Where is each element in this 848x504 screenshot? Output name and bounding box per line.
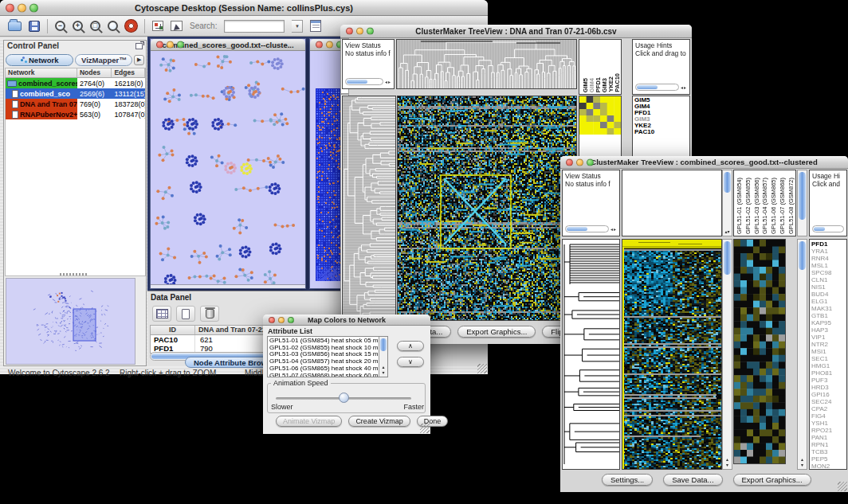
minimize-icon[interactable] — [326, 41, 333, 49]
scroll-arrows-icon[interactable]: ◂▸ — [385, 79, 391, 85]
control-panel-title: Control Panel — [4, 41, 146, 52]
gene-label: HMG1 — [811, 362, 845, 369]
zoom-window-icon[interactable] — [29, 3, 38, 12]
network-view-canvas[interactable] — [151, 51, 305, 284]
birds-eye-canvas[interactable] — [6, 279, 135, 364]
vizmapper-button[interactable] — [152, 18, 163, 34]
scrollbar-thumb[interactable] — [724, 172, 731, 193]
minimize-icon[interactable] — [356, 28, 363, 35]
column-dendrogram[interactable] — [622, 170, 722, 236]
global-heatmap[interactable] — [622, 239, 722, 470]
scroll-arrows-icon[interactable]: ▴▾ — [379, 365, 387, 376]
tab-overflow-button[interactable]: ▶ — [134, 55, 144, 65]
minimize-icon[interactable] — [167, 41, 174, 49]
minimize-icon[interactable] — [576, 158, 583, 166]
select-attributes-button[interactable] — [152, 306, 171, 322]
save-session-button[interactable] — [29, 18, 40, 34]
scrollbar-thumb[interactable] — [724, 241, 731, 275]
vscrollbar[interactable]: ▴▾ — [722, 170, 732, 236]
scroll-arrows-icon[interactable]: ◂▸ — [610, 226, 617, 232]
scrollbar-thumb[interactable] — [567, 227, 587, 231]
delete-attribute-button[interactable] — [200, 306, 219, 322]
vscrollbar[interactable] — [797, 170, 807, 236]
zoom-in-button[interactable]: + — [73, 18, 83, 34]
zoom-selected-button[interactable] — [108, 18, 118, 34]
tab-vizmapper[interactable]: VizMapper™ — [75, 54, 132, 66]
main-window-titlebar[interactable]: Cytoscape Desktop (Session Name: collins… — [0, 0, 488, 16]
export-graphics-button[interactable]: Export Graphics... — [457, 326, 536, 338]
network-list-item[interactable]: combined_sco2569(6)13112(15) — [6, 88, 145, 99]
zoom-window-icon[interactable] — [288, 317, 294, 323]
network-list-header[interactable]: NetworkNodesEdges — [6, 68, 145, 78]
panel-splitter-grip[interactable] — [60, 273, 88, 275]
network-list-item[interactable]: DNA and Tran 07769(0)183728(0) — [6, 99, 145, 109]
zoom-fit-button[interactable]: □ — [90, 18, 100, 34]
row-dendrogram[interactable] — [562, 239, 620, 470]
open-session-button[interactable] — [8, 18, 22, 34]
resize-grip[interactable] — [420, 424, 430, 433]
network-view-canvas[interactable] — [316, 88, 343, 281]
close-icon[interactable] — [566, 158, 573, 166]
zoom-window-icon[interactable] — [587, 158, 594, 166]
create-vizmapbutton[interactable]: Create Vizmap — [348, 416, 410, 427]
view-status-title: View Status — [565, 172, 601, 180]
export-graphics-button[interactable]: Export Graphics... — [733, 474, 811, 486]
minimize-icon[interactable] — [278, 317, 285, 323]
attribute-browser-button[interactable] — [310, 18, 321, 34]
annotation-button[interactable] — [171, 18, 183, 34]
close-icon[interactable] — [156, 41, 163, 49]
vscrollbar[interactable]: ▴▾ — [797, 239, 807, 470]
float-panel-icon[interactable] — [135, 43, 143, 49]
attribute-list-item[interactable]: GPL51-07 (GSM868) heat shock 60 min — [269, 373, 378, 377]
resize-grip[interactable] — [838, 482, 847, 491]
settings-button[interactable]: Settings... — [602, 474, 653, 486]
column-dendrogram[interactable] — [396, 39, 577, 89]
zoom-out-button[interactable]: − — [55, 18, 65, 34]
speed-slider-thumb[interactable] — [339, 393, 349, 403]
birds-eye-view[interactable] — [6, 278, 135, 365]
vizmapper-icon — [152, 21, 163, 31]
scrollbar-thumb[interactable] — [814, 227, 825, 231]
vscrollbar[interactable]: ▴▾ — [722, 239, 732, 470]
attribute-list[interactable]: GPL51-01 (GSM854) heat shock 05 minGPL51… — [267, 336, 388, 377]
zoom-window-icon[interactable] — [177, 41, 184, 49]
scroll-arrows-icon[interactable]: ▴▾ — [723, 457, 732, 468]
control-panel: Control Panel Network VizMapper™ ▶ Netwo… — [3, 40, 147, 366]
scrollbar-thumb[interactable] — [799, 172, 806, 220]
dialog-titlebar[interactable]: Map Colors to Network — [263, 315, 430, 326]
minimize-icon[interactable] — [18, 3, 26, 12]
resize-grip[interactable] — [477, 364, 487, 373]
close-icon[interactable] — [6, 3, 14, 12]
close-icon[interactable] — [269, 317, 275, 323]
zoom-window-icon[interactable] — [367, 28, 374, 35]
treeview2-titlebar[interactable]: ClusterMaker TreeView : combined_scores_… — [560, 156, 848, 169]
move-down-button[interactable]: ∨ — [397, 357, 424, 367]
network-hscrollbar[interactable] — [151, 284, 305, 288]
new-attribute-button[interactable] — [176, 306, 195, 322]
network-nodes: 769(0) — [77, 100, 112, 108]
tab-network[interactable]: Network — [6, 54, 73, 66]
column-id: ID — [151, 326, 195, 334]
close-icon[interactable] — [316, 41, 323, 49]
network-list-item[interactable]: RNAPuberNov2+563(0)107847(0) — [6, 109, 145, 119]
scroll-arrows-icon[interactable]: ▴▾ — [723, 229, 732, 235]
scrollbar-thumb[interactable] — [637, 85, 658, 89]
search-input[interactable] — [224, 20, 285, 33]
close-icon[interactable] — [346, 28, 353, 35]
zoom-heatmap[interactable] — [733, 239, 786, 464]
row-dendrogram[interactable] — [342, 96, 396, 321]
move-up-button[interactable]: ∧ — [397, 341, 424, 351]
scrollbar-thumb[interactable] — [799, 241, 806, 270]
scrollbar-thumb[interactable] — [380, 338, 387, 351]
scroll-arrows-icon[interactable]: ◂▸ — [681, 84, 687, 91]
treeview1-titlebar[interactable]: ClusterMaker TreeView : DNA and Tran 07-… — [340, 25, 692, 38]
scrollbar-thumb[interactable] — [347, 80, 367, 84]
network-list-item[interactable]: combined_scores2764(0)16218(0) — [6, 78, 145, 88]
scroll-arrows-icon[interactable]: ▴▾ — [798, 457, 807, 468]
global-heatmap[interactable] — [397, 96, 577, 321]
gene-label: NIS1 — [811, 283, 845, 291]
search-dropdown-button[interactable]: ▼ — [292, 20, 303, 33]
save-data-button[interactable]: Save Data... — [663, 474, 722, 486]
help-button[interactable] — [125, 18, 137, 34]
network-window-titlebar[interactable]: combined_scores_good.txt--cluste... — [151, 39, 305, 51]
